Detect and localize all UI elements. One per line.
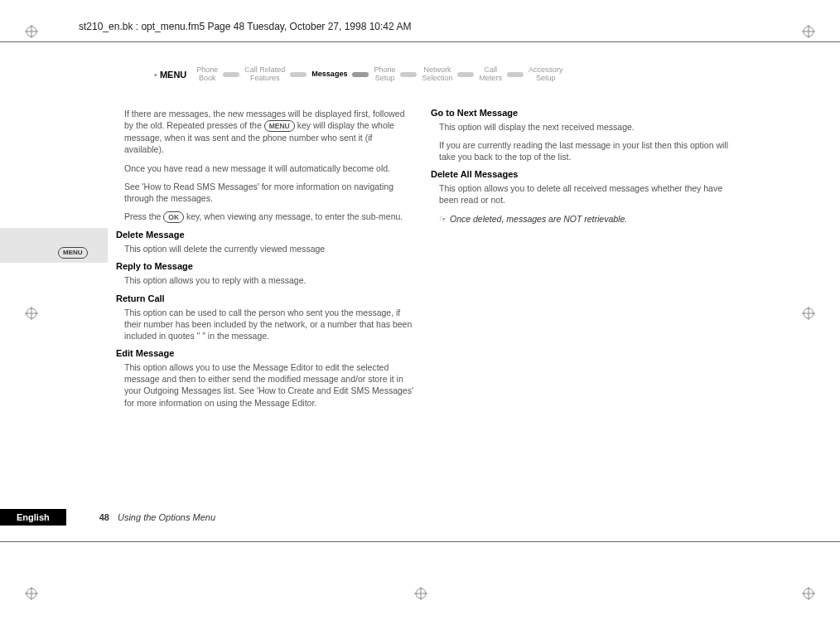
body-text: This option can be used to call the pers… (116, 307, 414, 342)
breadcrumb-menu-label: MENU (149, 68, 191, 81)
breadcrumb-item: CallMeters (479, 66, 502, 83)
body-text: This option allows you to reply with a m… (116, 274, 414, 286)
breadcrumb-connector-icon (457, 72, 474, 77)
body-text: If there are messages, the new messages … (124, 108, 414, 156)
crop-mark-icon (25, 25, 38, 38)
breadcrumb-item: PhoneSetup (374, 66, 395, 83)
breadcrumb-item: NetworkSelection (422, 66, 452, 83)
breadcrumb-connector-icon (223, 72, 239, 77)
breadcrumb-connector-icon (507, 72, 524, 77)
breadcrumb-item: Call RelatedFeatures (244, 66, 285, 83)
crop-mark-icon (802, 307, 815, 320)
margin-menu-key-icon: MENU (58, 247, 88, 259)
rule-line (0, 541, 840, 542)
document-header-path: st210_en.bk : opt_menu.fm5 Page 48 Tuesd… (79, 21, 411, 32)
rule-line (0, 41, 840, 42)
breadcrumb-connector-icon (290, 72, 307, 77)
breadcrumb-connector-icon (400, 72, 417, 77)
page-number: 48 (99, 512, 109, 522)
language-badge: English (0, 509, 66, 526)
body-text: If you are currently reading the last me… (431, 139, 729, 162)
breadcrumb-connector-icon (352, 72, 369, 77)
section-heading: Edit Message (116, 348, 414, 358)
body-text: See 'How to Read SMS Messages' for more … (124, 181, 414, 204)
breadcrumb: MENU PhoneBook Call RelatedFeatures Mess… (149, 66, 729, 83)
section-heading: Return Call (116, 293, 414, 303)
body-text: This option will display the next receiv… (431, 121, 729, 133)
margin-highlight (0, 228, 108, 263)
body-text: This option will delete the currently vi… (116, 243, 414, 254)
crop-mark-icon (802, 25, 815, 38)
right-column: Go to Next Message This option will disp… (431, 108, 729, 415)
breadcrumb-item: PhoneBook (196, 66, 218, 83)
breadcrumb-item: AccessorySetup (529, 66, 563, 83)
section-heading: Delete All Messages (431, 169, 729, 179)
crop-mark-icon (414, 587, 427, 600)
page-footer: English 48 Using the Options Menu (0, 509, 215, 526)
crop-mark-icon (802, 587, 815, 600)
body-text: This option allows you to use the Messag… (116, 361, 414, 409)
body-text: This option allows you to delete all rec… (431, 182, 729, 206)
crop-mark-icon (25, 587, 38, 600)
warning-note: ☞Once deleted, messages are NOT retrieva… (431, 213, 729, 225)
breadcrumb-item-active: Messages (311, 70, 347, 79)
body-text: Once you have read a new message it will… (124, 162, 414, 174)
section-heading: Go to Next Message (431, 108, 729, 118)
footer-chapter-title: Using the Options Menu (118, 512, 215, 522)
ok-key-icon: OK (163, 211, 184, 223)
crop-mark-icon (25, 307, 38, 320)
note-hand-icon: ☞ (439, 213, 447, 225)
section-heading: Reply to Message (116, 261, 414, 271)
left-column: If there are messages, the new messages … (116, 108, 414, 415)
body-text: Press the OK key, when viewing any messa… (124, 211, 414, 223)
menu-key-icon: MENU (264, 120, 295, 132)
section-heading: Delete Message (116, 230, 414, 240)
